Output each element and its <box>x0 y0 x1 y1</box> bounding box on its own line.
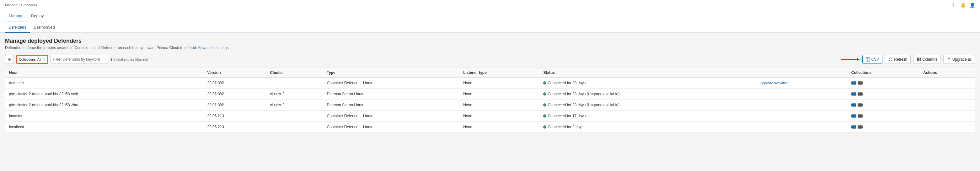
actions-menu[interactable]: ··· <box>923 124 928 129</box>
cell-host: gke-cluster-2-default-pool-bbe32d58-vvdt <box>5 89 204 100</box>
table-row: localhost 22.06.213 Container Defender -… <box>5 121 975 133</box>
top-bar: Manage / Defenders ? 🔔 👤 <box>0 0 980 10</box>
cell-cluster <box>266 121 323 133</box>
top-icons-area: ? 🔔 👤 <box>950 2 975 8</box>
cell-host: kmaster <box>5 111 204 121</box>
cell-status: Connected for 28 days (Upgrade available… <box>539 100 756 111</box>
cell-listener: None <box>460 78 539 89</box>
breadcrumb-manage[interactable]: Manage <box>5 3 18 7</box>
search-input[interactable] <box>51 55 108 64</box>
entries-info: ℹ 5 total entries (filtered) <box>111 57 148 62</box>
user-icon[interactable]: 👤 <box>969 2 975 8</box>
arrow-indicator <box>841 56 860 62</box>
cell-upgrade <box>756 111 847 121</box>
cell-type: Container Defender - Linux <box>323 121 460 133</box>
collection-icon-dark <box>858 93 863 96</box>
cell-version: 22.01.882 <box>204 100 266 111</box>
cell-version: 22.06.213 <box>204 121 266 133</box>
csv-icon <box>866 57 870 62</box>
refresh-button[interactable]: Refresh <box>885 55 911 64</box>
table-header-row: Host Version Cluster Type Listener type … <box>5 68 975 78</box>
filter-icon <box>7 57 12 62</box>
filter-tag-label: Collections: All <box>19 58 41 61</box>
cell-version: 22.01.882 <box>204 89 266 100</box>
col-version: Version <box>204 68 266 78</box>
filter-remove-icon[interactable]: × <box>43 57 46 62</box>
upgrade-icon <box>947 57 951 62</box>
table-row: kmaster 22.06.213 Container Defender - L… <box>5 111 975 121</box>
col-cluster: Cluster <box>266 68 323 78</box>
upgrade-link[interactable]: Upgrade available <box>760 81 788 85</box>
actions-menu[interactable]: ··· <box>923 102 928 107</box>
breadcrumb: Manage / Defenders <box>5 3 37 7</box>
main-tabs: Manage Deploy <box>0 10 980 21</box>
csv-button[interactable]: CSV <box>862 55 883 64</box>
cell-upgrade[interactable]: Upgrade available <box>756 78 847 89</box>
col-collections: Collections <box>848 68 920 78</box>
notification-icon[interactable]: 🔔 <box>960 2 966 8</box>
collection-icon-blue <box>851 114 856 118</box>
cell-listener: None <box>460 111 539 121</box>
columns-button[interactable]: Columns <box>913 55 940 64</box>
table-row: gke-cluster-2-default-pool-bbe32d58-zfau… <box>5 100 975 111</box>
actions-menu[interactable]: ··· <box>923 91 928 96</box>
cell-collections <box>848 111 920 121</box>
right-actions: CSV Refresh Columns <box>838 55 975 64</box>
cell-collections <box>848 121 920 133</box>
cell-listener: None <box>460 121 539 133</box>
entries-count: 5 total entries (filtered) <box>114 58 148 61</box>
cell-host: localhost <box>5 121 204 133</box>
columns-icon <box>916 57 921 62</box>
help-icon[interactable]: ? <box>950 2 956 8</box>
status-dot <box>543 93 546 96</box>
actions-menu[interactable]: ··· <box>923 113 928 118</box>
cell-actions[interactable]: ··· <box>920 100 975 111</box>
cell-collections <box>848 78 920 89</box>
sub-tabs: Defenders DaemonSets <box>0 21 980 33</box>
svg-rect-11 <box>920 58 921 61</box>
csv-label: CSV <box>872 57 879 62</box>
cell-actions[interactable]: ··· <box>920 78 975 89</box>
col-upgrade <box>756 68 847 78</box>
cell-actions[interactable]: ··· <box>920 121 975 133</box>
subtab-daemonsets[interactable]: DaemonSets <box>30 22 59 33</box>
refresh-icon <box>888 57 893 62</box>
cell-cluster <box>266 78 323 89</box>
columns-label: Columns <box>922 57 937 62</box>
search-clear-icon[interactable]: × <box>104 58 106 61</box>
cell-listener: None <box>460 100 539 111</box>
defenders-table-wrap: Host Version Cluster Type Listener type … <box>5 67 975 133</box>
cell-type: Daemon Set on Linux <box>323 89 460 100</box>
cell-cluster <box>266 111 323 121</box>
cell-upgrade <box>756 100 847 111</box>
cell-version: 22.06.213 <box>204 111 266 121</box>
cell-host: gke-cluster-2-default-pool-bbe32d58-zfau <box>5 100 204 111</box>
actions-menu[interactable]: ··· <box>923 80 928 85</box>
subtab-defenders[interactable]: Defenders <box>5 22 30 33</box>
tab-deploy[interactable]: Deploy <box>27 11 48 21</box>
status-dot <box>543 114 546 118</box>
cell-actions[interactable]: ··· <box>920 89 975 100</box>
col-type: Type <box>323 68 460 78</box>
collection-icon-dark <box>858 82 863 85</box>
arrow-right-icon <box>841 56 860 62</box>
collection-icon-dark <box>858 125 863 129</box>
filter-button[interactable] <box>5 55 14 64</box>
cell-cluster: cluster-2 <box>266 100 323 111</box>
cell-actions[interactable]: ··· <box>920 111 975 121</box>
col-status: Status <box>539 68 756 78</box>
table-row: gke-cluster-2-default-pool-bbe32d58-vvdt… <box>5 89 975 100</box>
collection-icon-blue <box>851 104 856 107</box>
upgrade-all-label: Upgrade all <box>952 57 972 62</box>
status-dot <box>543 104 546 107</box>
collection-icon-dark <box>858 104 863 107</box>
page-description: Defenders enforce the policies created i… <box>5 46 975 50</box>
advanced-settings-link[interactable]: Advanced settings <box>198 46 228 50</box>
collection-icon-blue <box>851 93 856 96</box>
collection-icon-blue <box>851 125 856 129</box>
upgrade-all-button[interactable]: Upgrade all <box>943 55 975 64</box>
cell-collections <box>848 89 920 100</box>
tab-manage[interactable]: Manage <box>5 11 27 21</box>
status-dot <box>543 82 546 85</box>
collections-filter-tag[interactable]: Collections: All × <box>16 55 48 64</box>
